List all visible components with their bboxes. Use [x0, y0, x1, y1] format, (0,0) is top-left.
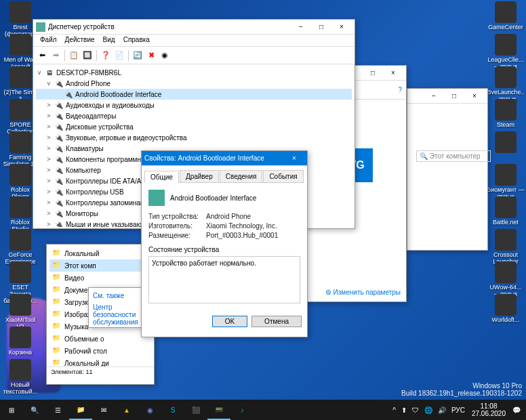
maximize-button[interactable]: □ [311, 20, 331, 34]
properties-dialog: Свойства: Android Bootloader Interface ×… [141, 150, 308, 337]
close-button[interactable]: × [331, 20, 352, 34]
taskbar-app[interactable]: ◉ [138, 400, 161, 420]
desktop-icon[interactable]: Worldoft... [487, 294, 525, 324]
taskbar-app[interactable]: ⬛ [184, 400, 207, 420]
tb-btn[interactable]: 📋 [68, 49, 80, 62]
taskbar-app[interactable]: 📁 [69, 400, 92, 420]
tree-item[interactable]: 🔌Android Bootloader Interface [36, 89, 352, 100]
tab[interactable]: События [263, 170, 303, 182]
forward-button[interactable]: ➡ [49, 49, 62, 62]
desktop-icon[interactable]: GameCenter [487, 1, 525, 31]
cancel-button[interactable]: Отмена [251, 316, 302, 327]
taskbar-app[interactable]: ▲ [115, 400, 138, 420]
device-icon [148, 190, 165, 206]
tree-item[interactable]: v🔌Android Phone [36, 78, 352, 89]
close-button[interactable]: × [284, 152, 304, 165]
minimize-button[interactable]: − [424, 89, 444, 103]
desktop-icon[interactable]: LeagueClie... —ярлык [487, 34, 525, 70]
tray-volume-icon[interactable]: 🔊 [435, 406, 449, 414]
tabs: ОбщиеДрайверСведенияСобытия [144, 170, 304, 183]
desktop-icon[interactable]: XiaoMiTool V2 [1, 294, 39, 331]
window-title: Диспетчер устройств [48, 23, 291, 30]
sidebar-item[interactable]: 📁Этот комп [49, 259, 151, 272]
tree-item[interactable]: >🔌Аудиовходы и аудиовыходы [36, 100, 352, 110]
close-button[interactable]: × [383, 66, 403, 80]
desktop-icon[interactable]: GeForce Experience [1, 229, 39, 266]
explorer-window-2: − □ × [407, 88, 488, 251]
maximize-button[interactable]: □ [363, 66, 383, 80]
desktop-icon[interactable]: Crossout Launcher [487, 229, 525, 266]
taskbar-app[interactable]: ✉ [92, 400, 115, 420]
dialog-title: Свойства: Android Bootloader Interface [144, 154, 284, 162]
sidebar-item[interactable]: 📁Локальный ди [49, 357, 151, 366]
watermark: Windows 10 Pro Build 18362.19h1_release.… [401, 382, 522, 397]
menubar: ФайлДействиеВидСправка [33, 35, 355, 47]
sidebar-item[interactable]: 📁Рабочий стол [49, 345, 151, 357]
ok-button[interactable]: OK [212, 316, 247, 327]
tab[interactable]: Сведения [220, 170, 263, 182]
tray-icon[interactable]: 🛡 [409, 406, 422, 414]
tray-lang[interactable]: РУС [449, 406, 468, 414]
desktop-icon[interactable] [487, 131, 525, 154]
help-icon[interactable]: ? [398, 86, 402, 93]
menu-item[interactable]: Файл [36, 35, 61, 46]
statusbar: Элементов: 11 [47, 366, 154, 377]
back-button[interactable]: ⬅ [36, 49, 48, 62]
tray-icon[interactable]: ⬆ [399, 406, 409, 414]
tb-btn[interactable]: ◉ [159, 49, 171, 62]
change-params-link[interactable]: ⚙ Изменить параметры [325, 289, 401, 296]
tb-btn[interactable]: ❓ [100, 49, 112, 62]
devmgr-icon [36, 22, 45, 32]
menu-item[interactable]: Справка [119, 35, 154, 46]
start-button[interactable]: ⊞ [0, 400, 23, 420]
taskview-button[interactable]: ☰ [46, 400, 69, 420]
search-button[interactable]: 🔍 [23, 400, 46, 420]
sidebar-item[interactable]: 📁Локальный [49, 247, 151, 259]
desktop-icon[interactable]: BveLaunche... ярлык [487, 66, 525, 103]
tb-btn[interactable]: ✖ [145, 49, 157, 62]
desktop-icon[interactable]: UWow-64... —ярлык [487, 261, 525, 298]
tree-item[interactable]: >🔌Дисковые устройства [36, 121, 352, 132]
clock[interactable]: 11:08 27.06.2020 [468, 402, 510, 417]
taskbar: ⊞ 🔍 ☰ 📁 ✉ ▲ ◉ S ⬛ 📟 ♪ ^ ⬆ 🛡 🌐 🔊 РУС 11:0… [0, 400, 526, 420]
tb-btn[interactable]: 🔄 [132, 49, 144, 62]
tab[interactable]: Общие [144, 171, 179, 183]
desktop-icon[interactable]: Steam [487, 99, 525, 129]
toolbar: ⬅ ➡ 📋 🔲 ❓ 📄 🔄 ✖ ◉ [33, 47, 355, 64]
tb-btn[interactable]: 📄 [113, 49, 125, 62]
minimize-button[interactable]: − [291, 20, 311, 34]
tree-root[interactable]: v🖥DESKTOP-F8MBR6L [36, 67, 352, 78]
sidebar-item[interactable]: 📁Объемные о [49, 333, 151, 345]
menu-item[interactable]: Вид [99, 35, 119, 46]
device-name: Android Bootloader Interface [170, 194, 256, 202]
taskbar-app[interactable]: 📟 [207, 400, 230, 420]
status-box: Устройство работает нормально. [148, 256, 300, 303]
search-input[interactable]: 🔍 Этот компьютер [416, 150, 491, 162]
desktop-icon[interactable]: Биомугант —ярлык [487, 164, 525, 201]
desktop-icon[interactable]: Корзина [1, 327, 39, 356]
notifications-button[interactable]: 💬 [510, 406, 523, 414]
desktop-icon[interactable]: Новый текстовый... [1, 359, 39, 396]
taskbar-app[interactable]: S [161, 400, 184, 420]
tb-btn[interactable]: 🔲 [81, 49, 94, 62]
tab[interactable]: Драйвер [180, 170, 219, 182]
tray-network-icon[interactable]: 🌐 [422, 406, 435, 414]
maximize-button[interactable]: □ [444, 89, 464, 103]
tray-expand[interactable]: ^ [390, 406, 399, 414]
status-label: Состояние устройства [148, 246, 300, 253]
tree-item[interactable]: >🔌Видеоадаптеры [36, 110, 352, 121]
sidebar-item[interactable]: 📁Видео [49, 272, 151, 284]
close-button[interactable]: × [464, 89, 485, 103]
taskbar-app[interactable]: ♪ [230, 400, 254, 420]
tree-item[interactable]: >🔌Звуковые, игровые и видеоустройства [36, 132, 352, 143]
menu-item[interactable]: Действие [61, 35, 99, 46]
desktop-icon[interactable]: Battle.net [487, 196, 525, 226]
